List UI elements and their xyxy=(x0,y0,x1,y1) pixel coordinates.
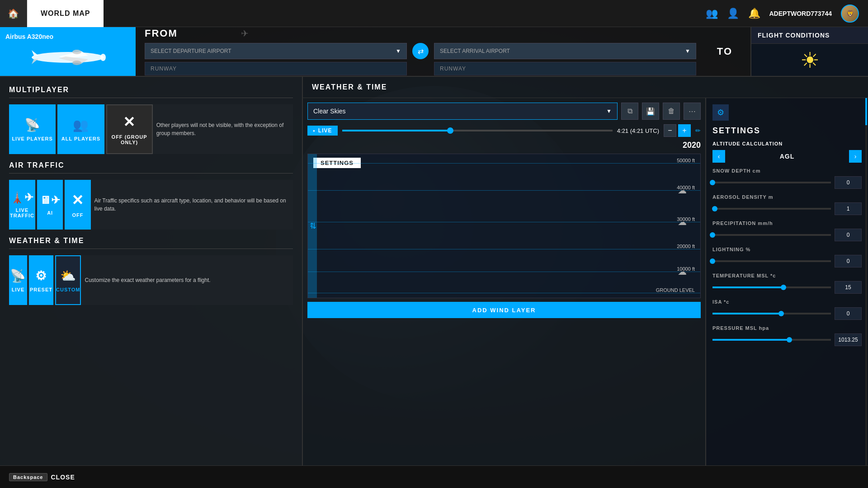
precipitation-slider-row: 0 xyxy=(712,229,862,241)
settings-main-title: SETTINGS xyxy=(712,126,862,136)
setting-snow-depth: SNOW DEPTH cm 0 xyxy=(712,168,862,189)
airport-row: SELECT DEPARTURE AIRPORT ▼ ⇄ SELECT ARRI… xyxy=(145,43,696,59)
time-plus-button[interactable]: + xyxy=(678,124,691,137)
preset-label: PRESET xyxy=(30,287,52,292)
precipitation-slider[interactable] xyxy=(712,234,831,236)
settings-sidebar: ⚙ SETTINGS ALTITUDE CALCULATION ‹ AGL › … xyxy=(705,98,868,465)
temperature-slider[interactable] xyxy=(712,286,831,288)
pressure-value: 1013.25 xyxy=(835,333,862,346)
setting-pressure: PRESSURE MSL hpa 1013.25 xyxy=(712,325,862,346)
isa-slider-row: 0 xyxy=(712,307,862,320)
multiplayer-description: Other players will not be visible, with … xyxy=(153,104,293,154)
aerosol-value: 1 xyxy=(835,202,862,215)
multiplayer-tiles-section: 📡 LIVE PLAYERS 👥 ALL PLAYERS ✕ OFF (GROU… xyxy=(9,104,293,154)
departure-dropdown-arrow: ▼ xyxy=(396,48,401,54)
svg-point-7 xyxy=(72,61,81,65)
preset-select[interactable]: Clear Skies ▼ xyxy=(307,103,618,120)
swap-airports-button[interactable]: ⇄ xyxy=(412,43,429,59)
tile-off-group[interactable]: ✕ OFF (GROUP ONLY) xyxy=(106,104,153,154)
departure-airport-select[interactable]: SELECT DEPARTURE AIRPORT ▼ xyxy=(145,43,407,59)
weather-main-area: Clear Skies ▼ ⧉ 💾 🗑 ⋯ ● LIVE xyxy=(303,98,705,465)
weather-sun-icon: ☀ xyxy=(800,47,820,73)
home-button[interactable]: 🏠 xyxy=(0,0,27,27)
top-right-controls: 👥 👤 🔔 ADEPTWORD773744 🦁 xyxy=(706,5,868,23)
pressure-slider[interactable] xyxy=(712,339,831,341)
community-icon[interactable]: 👥 xyxy=(706,8,718,19)
preset-delete-button[interactable]: 🗑 xyxy=(663,103,680,120)
isa-label: ISA *c xyxy=(712,299,862,305)
live-players-label: LIVE PLAYERS xyxy=(12,136,52,141)
settings-gear-icon[interactable]: ⚙ xyxy=(712,104,729,121)
tile-live-players[interactable]: 📡 LIVE PLAYERS xyxy=(9,104,56,154)
time-controls: − + xyxy=(664,124,691,137)
to-label: TO xyxy=(717,46,732,57)
departure-placeholder: SELECT DEPARTURE AIRPORT xyxy=(151,48,231,54)
aircraft-image xyxy=(5,43,130,70)
tile-off[interactable]: ✕ OFF xyxy=(65,180,90,230)
precipitation-value: 0 xyxy=(835,229,862,241)
snow-depth-value: 0 xyxy=(835,176,862,189)
home-icon: 🏠 xyxy=(8,8,19,19)
wind-chart: SETTINGS ← 50000 ft 40000 ft ☁ 30000 ft … xyxy=(307,154,701,298)
tile-preset[interactable]: ⚙ PRESET xyxy=(29,255,53,305)
arrival-dropdown-arrow: ▼ xyxy=(685,48,690,54)
lightning-slider[interactable] xyxy=(712,260,831,262)
tile-custom[interactable]: ⛅ CUSTOM xyxy=(55,255,81,305)
temperature-value: 15 xyxy=(835,281,862,294)
preset-save-button[interactable]: 💾 xyxy=(642,103,659,120)
preset-more-button[interactable]: ⋯ xyxy=(684,103,701,120)
tile-ai[interactable]: 🖥✈ AI xyxy=(37,180,63,230)
weather-time-left-title: WEATHER & TIME xyxy=(9,237,293,249)
isa-thumb xyxy=(778,311,784,316)
air-traffic-tiles-section: 🗼✈ LIVE TRAFFIC 🖥✈ AI ✕ OFF Air Traffic … xyxy=(9,180,293,230)
air-traffic-description: Air Traffic specifics such as aircraft t… xyxy=(91,180,293,230)
live-dot: ● xyxy=(313,129,316,133)
time-minus-button[interactable]: − xyxy=(664,124,676,137)
all-players-icon: 👥 xyxy=(73,117,89,132)
air-traffic-title: AIR TRAFFIC xyxy=(9,161,293,174)
time-slider-fill xyxy=(342,130,450,131)
temperature-thumb xyxy=(781,285,786,290)
preset-copy-button[interactable]: ⧉ xyxy=(621,103,638,120)
lightning-label: LIGHTNING % xyxy=(712,247,862,252)
custom-label: CUSTOM xyxy=(56,287,80,292)
tile-all-players[interactable]: 👥 ALL PLAYERS xyxy=(57,104,104,154)
tile-weather-live[interactable]: 📡 LIVE xyxy=(9,255,27,305)
arrival-airport-select[interactable]: SELECT ARRIVAL AIRPORT ▼ xyxy=(434,43,696,59)
wind-line-30000 xyxy=(308,222,700,222)
profile-icon[interactable]: 👤 xyxy=(727,8,739,19)
live-button[interactable]: ● LIVE xyxy=(307,126,338,136)
off-group-label: OFF (GROUP ONLY) xyxy=(107,134,152,145)
time-edit-button[interactable]: ✏ xyxy=(695,127,701,134)
from-to-header: FROM ✈ xyxy=(145,28,696,39)
setting-isa: ISA *c 0 xyxy=(712,299,862,320)
setting-lightning: LIGHTNING % 0 xyxy=(712,247,862,267)
ai-icon: 🖥✈ xyxy=(40,194,61,206)
settings-scrollbar[interactable] xyxy=(865,98,867,465)
lightning-slider-row: 0 xyxy=(712,255,862,267)
notification-icon[interactable]: 🔔 xyxy=(748,8,760,19)
preset-dropdown-arrow: ▼ xyxy=(606,108,612,114)
svg-point-5 xyxy=(100,54,106,61)
off-label: OFF xyxy=(72,212,83,218)
wind-line-50000 xyxy=(308,163,700,164)
add-wind-layer-button[interactable]: ADD WIND LAYER xyxy=(307,302,701,318)
cloud-icon-10000: ☁ xyxy=(678,266,687,277)
from-label: FROM xyxy=(145,28,178,39)
time-slider[interactable] xyxy=(342,130,613,131)
world-map-tab[interactable]: WORLD MAP xyxy=(27,0,104,27)
off-group-icon: ✕ xyxy=(123,113,136,131)
altitude-next-button[interactable]: › xyxy=(849,150,862,163)
aircraft-name: Airbus A320neo xyxy=(5,33,130,40)
aerosol-slider[interactable] xyxy=(712,208,831,210)
altitude-prev-button[interactable]: ‹ xyxy=(712,150,725,163)
altitude-calc-row: ‹ AGL › xyxy=(712,150,862,163)
aerosol-slider-row: 1 xyxy=(712,202,862,215)
snow-depth-slider[interactable] xyxy=(712,182,831,183)
snow-depth-slider-row: 0 xyxy=(712,176,862,189)
user-avatar[interactable]: 🦁 xyxy=(841,5,859,23)
lightning-thumb xyxy=(710,258,715,264)
isa-slider[interactable] xyxy=(712,313,831,314)
aerosol-label: AEROSOL DENSITY m xyxy=(712,194,862,200)
tile-live-traffic[interactable]: 🗼✈ LIVE TRAFFIC xyxy=(9,180,35,230)
